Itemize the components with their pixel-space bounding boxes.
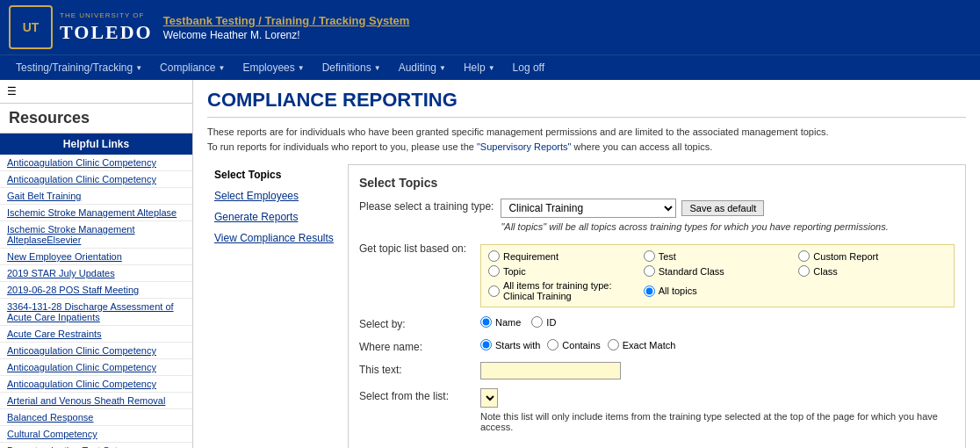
sidebar-link-3[interactable]: Ischemic Stroke Management Alteplase <box>0 205 192 221</box>
this-text-control <box>480 362 955 379</box>
radio-topic[interactable]: Topic <box>488 265 637 277</box>
topic-options-grid: Requirement Test Custom Report Topic Sta… <box>480 244 955 307</box>
sidebar-link-11[interactable]: Anticoagulation Clinic Competency <box>0 359 192 376</box>
get-topic-row: Get topic list based on: Requirement Tes… <box>359 241 955 307</box>
system-title: Testbank Testing / Training / Tracking S… <box>163 14 410 27</box>
training-type-select[interactable]: Clinical Training Gail Belt Training Bal… <box>501 199 676 218</box>
description-text-3: where you can access all topics. <box>571 141 712 152</box>
sidebar-link-7[interactable]: 2019-06-28 POS Staff Meeting <box>0 282 192 299</box>
form-panel: Select Topics Please select a training t… <box>348 164 966 448</box>
training-type-control: Clinical Training Gail Belt Training Bal… <box>501 199 955 232</box>
page-title: COMPLIANCE REPORTING <box>207 89 966 118</box>
select-list-dropdown[interactable]: - <box>480 388 498 408</box>
radio-name[interactable]: Name <box>480 316 521 328</box>
this-text-input[interactable] <box>480 362 621 379</box>
nav-definitions-arrow: ▼ <box>374 64 381 72</box>
radio-class[interactable]: Class <box>798 265 947 277</box>
logo-text-area: The University of TOLEDO <box>60 11 153 44</box>
select-by-row: Select by: Name ID <box>359 316 955 330</box>
sidebar-link-8[interactable]: 3364-131-28 Discharge Assessment of Acut… <box>0 299 192 326</box>
nav-auditing[interactable]: Auditing ▼ <box>392 59 453 76</box>
where-name-control: Starts with Contains Exact Match <box>480 339 955 350</box>
main-layout: ☰ Resources Helpful Links Anticoagulatio… <box>0 80 980 448</box>
radio-test[interactable]: Test <box>644 250 792 262</box>
radio-id[interactable]: ID <box>531 316 556 328</box>
select-by-options: Name ID <box>480 316 955 328</box>
sidebar-link-2[interactable]: Gait Belt Training <box>0 188 192 205</box>
where-name-options: Starts with Contains Exact Match <box>480 339 955 350</box>
nav-employees[interactable]: Employees ▼ <box>235 59 311 76</box>
sidebar-link-15[interactable]: Cultural Competency <box>0 426 192 443</box>
nav-logout[interactable]: Log off <box>506 59 551 76</box>
radio-requirement[interactable]: Requirement <box>488 250 637 262</box>
supervisory-reports-link[interactable]: "Supervisory Reports" <box>477 141 571 152</box>
step-select-employees[interactable]: Select Employees <box>207 185 348 206</box>
get-topic-control: Requirement Test Custom Report Topic Sta… <box>480 241 955 307</box>
nav-testing[interactable]: Testing/Training/Tracking ▼ <box>9 59 149 76</box>
step-select-topics[interactable]: Select Topics <box>207 164 348 185</box>
steps-panel: Select Topics Select Employees Generate … <box>207 164 348 448</box>
select-list-row: Select from the list: - Note this list w… <box>359 388 955 432</box>
page-description: These reports are for individuals who ha… <box>207 125 966 154</box>
where-name-row: Where name: Starts with Contains Exact M… <box>359 339 955 353</box>
select-by-label: Select by: <box>359 316 473 330</box>
sidebar-link-5[interactable]: New Employee Orientation <box>0 249 192 265</box>
nav-compliance-arrow: ▼ <box>218 64 225 72</box>
radio-all-items[interactable]: All items for training type: Clinical Tr… <box>488 280 637 301</box>
description-text-2: To run reports for individuals who repor… <box>207 141 477 152</box>
sidebar-link-13[interactable]: Arterial and Venous Sheath Removal <box>0 393 192 409</box>
select-by-control: Name ID <box>480 316 955 328</box>
get-topic-label: Get topic list based on: <box>359 241 473 255</box>
helpful-links-label: Helpful Links <box>0 134 192 155</box>
training-type-row: Please select a training type: Clinical … <box>359 199 955 232</box>
sidebar-link-0[interactable]: Anticoagulation Clinic Competency <box>0 155 192 171</box>
this-text-label: This text: <box>359 362 473 376</box>
training-type-label: Please select a training type: <box>359 199 494 213</box>
training-type-input-row: Clinical Training Gail Belt Training Bal… <box>501 199 955 218</box>
nav-help-arrow: ▼ <box>488 64 495 72</box>
this-text-row: This text: <box>359 362 955 379</box>
header-right: Testbank Testing / Training / Tracking S… <box>163 14 410 41</box>
header-top: UT The University of TOLEDO Testbank Tes… <box>0 0 980 54</box>
resources-title: Resources <box>0 104 192 134</box>
nav-employees-arrow: ▼ <box>298 64 305 72</box>
list-note: Note this list will only include items f… <box>480 411 955 432</box>
nav-definitions[interactable]: Definitions ▼ <box>315 59 388 76</box>
step-generate-reports[interactable]: Generate Reports <box>207 206 348 228</box>
form-layout: Select Topics Select Employees Generate … <box>207 164 966 448</box>
radio-standard-class[interactable]: Standard Class <box>644 265 792 277</box>
sidebar-link-9[interactable]: Acute Care Restraints <box>0 326 192 343</box>
all-topics-note: "All topics" will be all topics across t… <box>501 221 955 232</box>
sidebar-link-1[interactable]: Anticoagulation Clinic Competency <box>0 171 192 188</box>
select-list-label: Select from the list: <box>359 388 473 402</box>
sidebar-link-4[interactable]: Ischemic Stroke Management AlteplaseElse… <box>0 221 192 249</box>
radio-custom-report[interactable]: Custom Report <box>798 250 947 262</box>
nav-auditing-arrow: ▼ <box>439 64 446 72</box>
radio-exact-match[interactable]: Exact Match <box>608 339 676 350</box>
sidebar-link-14[interactable]: Balanced Response <box>0 409 192 426</box>
logo-area: UT The University of TOLEDO <box>9 5 153 49</box>
radio-all-topics[interactable]: All topics <box>644 280 792 301</box>
nav-bar: Testing/Training/Tracking ▼ Compliance ▼… <box>0 54 980 80</box>
sidebar: ☰ Resources Helpful Links Anticoagulatio… <box>0 80 193 448</box>
welcome-message: Welcome Heather M. Lorenz! <box>163 29 410 41</box>
nav-testing-arrow: ▼ <box>135 64 142 72</box>
sidebar-link-16[interactable]: Decontamination Tent Setup <box>0 443 192 448</box>
radio-starts-with[interactable]: Starts with <box>480 339 540 350</box>
where-name-label: Where name: <box>359 339 473 353</box>
menu-icon[interactable]: ☰ <box>0 80 192 104</box>
nav-compliance[interactable]: Compliance ▼ <box>153 59 232 76</box>
sidebar-link-6[interactable]: 2019 STAR July Updates <box>0 265 192 282</box>
logo-shield: UT <box>9 5 53 49</box>
save-default-button[interactable]: Save as default <box>681 200 764 216</box>
radio-contains[interactable]: Contains <box>547 339 600 350</box>
sidebar-link-10[interactable]: Anticoagulation Clinic Competency <box>0 343 192 359</box>
select-list-control: - Note this list will only include items… <box>480 388 955 432</box>
form-panel-title: Select Topics <box>359 176 955 190</box>
sidebar-link-12[interactable]: Anticoagulation Clinic Competency <box>0 376 192 393</box>
content: COMPLIANCE REPORTING These reports are f… <box>193 80 980 448</box>
nav-help[interactable]: Help ▼ <box>457 59 502 76</box>
description-text-1: These reports are for individuals who ha… <box>207 126 828 137</box>
step-view-results[interactable]: View Compliance Results <box>207 228 348 249</box>
